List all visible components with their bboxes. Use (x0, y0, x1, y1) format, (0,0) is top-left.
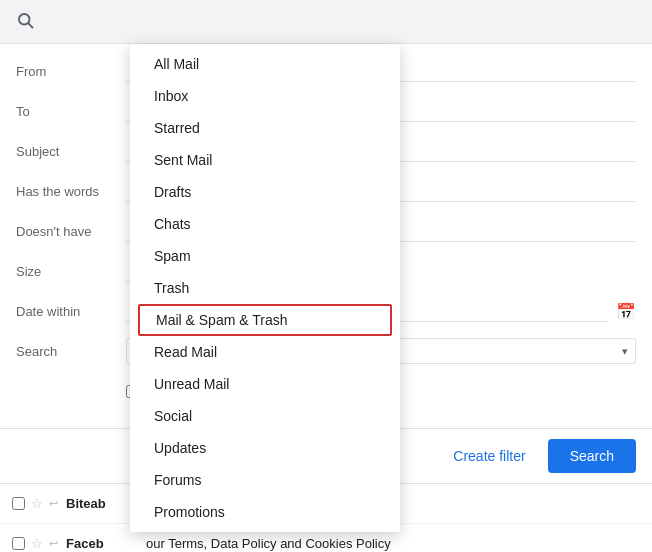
dropdown-item-inbox[interactable]: Inbox (130, 80, 400, 112)
dropdown-item-unread-mail[interactable]: Unread Mail (130, 368, 400, 400)
dropdown-item-chats[interactable]: Chats (130, 208, 400, 240)
calendar-icon: 📅 (616, 302, 636, 321)
mail-sender-2: Faceb (66, 536, 146, 551)
size-label: Size (16, 264, 126, 279)
dropdown-item-sent-mail[interactable]: Sent Mail (130, 144, 400, 176)
dropdown-item-updates[interactable]: Updates (130, 432, 400, 464)
dropdown-item-starred[interactable]: Starred (130, 112, 400, 144)
to-label: To (16, 104, 126, 119)
search-bar: Search mail (0, 0, 652, 44)
doesnt-label: Doesn't have (16, 224, 126, 239)
reply-icon-2: ↩ (49, 537, 58, 550)
search-input[interactable]: Search mail (44, 13, 344, 31)
subject-label: Subject (16, 144, 126, 159)
svg-line-1 (28, 23, 32, 27)
dropdown-item-all-mail[interactable]: All Mail (130, 48, 400, 80)
search-filter-label: Search (16, 344, 126, 359)
dropdown-item-social[interactable]: Social (130, 400, 400, 432)
date-label: Date within (16, 304, 126, 319)
from-label: From (16, 64, 126, 79)
mail-checkbox-1[interactable] (12, 497, 25, 510)
search-button[interactable]: Search (548, 439, 636, 473)
dropdown-item-promotions[interactable]: Promotions (130, 496, 400, 528)
dropdown-item-forums[interactable]: Forums (130, 464, 400, 496)
search-icon (16, 11, 34, 32)
reply-icon-1: ↩ (49, 497, 58, 510)
dropdown-item-read-mail[interactable]: Read Mail (130, 336, 400, 368)
star-icon-2[interactable]: ☆ (31, 536, 43, 551)
dropdown-item-drafts[interactable]: Drafts (130, 176, 400, 208)
dropdown-item-mail-spam-trash[interactable]: Mail & Spam & Trash (138, 304, 392, 336)
haswords-label: Has the words (16, 184, 126, 199)
star-icon-1[interactable]: ☆ (31, 496, 43, 511)
dropdown-item-trash[interactable]: Trash (130, 272, 400, 304)
mail-subject-2: our Terms, Data Policy and Cookies Polic… (146, 536, 640, 551)
dropdown-item-spam[interactable]: Spam (130, 240, 400, 272)
create-filter-button[interactable]: Create filter (443, 440, 535, 472)
mail-checkbox-2[interactable] (12, 537, 25, 550)
search-scope-dropdown: All Mail Inbox Starred Sent Mail Drafts … (130, 44, 400, 532)
